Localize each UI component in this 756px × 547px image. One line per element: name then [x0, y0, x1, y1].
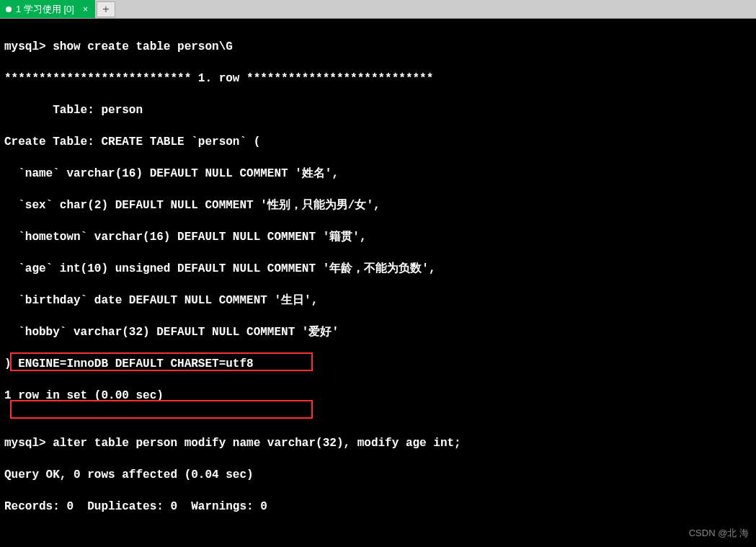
terminal-line: Query OK, 0 rows affected (0.04 sec): [4, 467, 752, 483]
terminal-line: `age` int(10) unsigned DEFAULT NULL COMM…: [4, 261, 752, 277]
terminal-line: `name` varchar(16) DEFAULT NULL COMMENT …: [4, 166, 752, 182]
tab-status-dot: [6, 6, 12, 12]
tab-bar: 1 学习使用 [0] × +: [0, 0, 756, 19]
terminal-line: ) ENGINE=InnoDB DEFAULT CHARSET=utf8: [4, 356, 752, 372]
tab-active[interactable]: 1 学习使用 [0] ×: [0, 0, 95, 18]
terminal-line: `hobby` varchar(32) DEFAULT NULL COMMENT…: [4, 324, 752, 340]
terminal-line: Table: person: [4, 102, 752, 118]
terminal-line: *************************** 1. row *****…: [4, 71, 752, 86]
terminal-line: mysql> show create table person\G: [4, 39, 752, 55]
terminal-line: 1 row in set (0.00 sec): [4, 388, 752, 404]
tab-label: 1 学习使用 [0]: [16, 3, 74, 16]
close-icon[interactable]: ×: [83, 4, 88, 14]
plus-icon: +: [102, 3, 109, 16]
terminal-line: Records: 0 Duplicates: 0 Warnings: 0: [4, 499, 752, 515]
terminal-line: mysql> alter table person modify name va…: [4, 435, 752, 451]
terminal-line: `hometown` varchar(16) DEFAULT NULL COMM…: [4, 229, 752, 245]
terminal-output[interactable]: mysql> show create table person\G ******…: [0, 19, 756, 547]
terminal-line: Create Table: CREATE TABLE `person` (: [4, 134, 752, 150]
terminal-line: `birthday` date DEFAULT NULL COMMENT '生日…: [4, 293, 752, 308]
add-tab-button[interactable]: +: [97, 1, 115, 17]
terminal-line: `sex` char(2) DEFAULT NULL COMMENT '性别，只…: [4, 197, 752, 213]
watermark-text: CSDN @北 海: [689, 527, 749, 540]
